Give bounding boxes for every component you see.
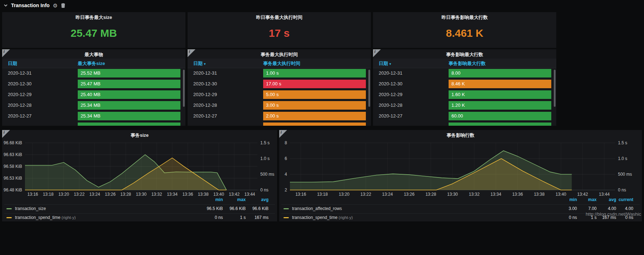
table-scrollbar[interactable] — [554, 70, 556, 107]
svg-text:13:38: 13:38 — [198, 192, 209, 197]
panel-title[interactable]: 昨日事务最大执行时间 — [188, 14, 371, 21]
svg-text:13:28: 13:28 — [425, 192, 436, 197]
graph-panel-affected-rows: i 事务影响行数 13:1613:1813:2013:2213:2413:261… — [279, 130, 642, 221]
svg-text:8: 8 — [285, 140, 287, 145]
svg-text:4: 4 — [285, 172, 287, 177]
svg-text:13:24: 13:24 — [90, 192, 100, 197]
value-cell: 2.00 s — [263, 112, 366, 120]
legend-series-name[interactable]: transaction_size — [15, 206, 46, 211]
date-cell: 2020-12-31 — [193, 70, 217, 76]
svg-text:13:34: 13:34 — [491, 192, 501, 197]
row-header: Transaction Info ⚙ — [0, 0, 644, 11]
date-cell: 2020-12-31 — [8, 70, 32, 76]
date-cell: 2020-12-27 — [193, 113, 217, 119]
svg-text:500 ms: 500 ms — [618, 172, 632, 177]
panel-title[interactable]: 昨日事务影响最大行数 — [373, 14, 556, 21]
value-cell: 25.34 MB — [78, 112, 180, 120]
table-row: 2020-12-2760.00 — [373, 111, 556, 121]
svg-text:13:26: 13:26 — [105, 192, 116, 197]
value-cell: 1.60 K — [449, 90, 551, 99]
table-row: 2020-12-308.46 K — [373, 79, 556, 89]
table-cell-partial — [449, 122, 551, 126]
table-row: 2020-12-2925.40 MB — [2, 89, 185, 100]
svg-text:13:24: 13:24 — [382, 192, 393, 197]
table-row: 2020-12-311.00 s — [188, 68, 371, 79]
svg-text:13:44: 13:44 — [244, 192, 255, 197]
panel-title[interactable]: 最大事物 — [2, 51, 185, 58]
table-row: 2020-12-272.00 s — [188, 111, 371, 121]
svg-text:13:30: 13:30 — [447, 192, 458, 197]
table-panel-max-affected-rows: i 事务影响最大行数 日期▾ 事务影响最大行数 2020-12-318.0020… — [373, 49, 556, 126]
stat-panel-max-size: 昨日事务最大size 25.47 MB — [2, 12, 185, 48]
legend-series-name[interactable]: transaction_spend_time (right-y) — [15, 215, 76, 220]
panel-title[interactable]: 事务size — [2, 132, 277, 139]
column-header-date[interactable]: 日期▾ — [379, 60, 391, 67]
column-header-value[interactable]: 事务最大执行时间 — [263, 60, 300, 67]
svg-text:13:42: 13:42 — [229, 192, 240, 197]
column-header-value[interactable]: 事务影响最大行数 — [449, 60, 486, 67]
panel-title[interactable]: 事务影响行数 — [279, 132, 642, 139]
table-scrollbar[interactable] — [183, 70, 185, 107]
svg-text:96.63 KiB: 96.63 KiB — [4, 152, 22, 157]
legend-series-name[interactable]: transaction_affected_rows — [292, 206, 342, 211]
chart-canvas[interactable]: 13:1613:1813:2013:2213:2413:2613:2813:30… — [2, 140, 277, 197]
svg-text:13:20: 13:20 — [58, 192, 69, 197]
value-cell: 25.40 MB — [78, 90, 180, 99]
column-header-value[interactable]: 最大事务size — [78, 60, 105, 67]
svg-text:13:20: 13:20 — [339, 192, 349, 197]
date-cell: 2020-12-27 — [379, 113, 403, 119]
legend-column-header[interactable]: avg — [236, 197, 269, 202]
stat-value: 25.47 MB — [2, 27, 185, 39]
value-cell: 17.00 s — [263, 80, 366, 88]
series-color-icon — [283, 217, 289, 218]
graph-panel-transaction-size: i 事务size 13:1613:1813:2013:2213:2413:261… — [2, 130, 277, 221]
table-row: 2020-12-295.00 s — [188, 89, 371, 100]
row-title[interactable]: Transaction Info — [11, 2, 50, 8]
table-header: 日期▾ 最大事务size — [2, 59, 185, 68]
stat-panel-max-rows: 昨日事务影响最大行数 8.461 K — [373, 12, 556, 48]
table-cell-partial — [263, 122, 366, 126]
panel-title[interactable]: 事务最大执行时间 — [188, 51, 371, 58]
svg-text:1.5 s: 1.5 s — [260, 140, 270, 145]
svg-text:13:34: 13:34 — [167, 192, 178, 197]
date-cell: 2020-12-28 — [193, 102, 217, 108]
date-cell: 2020-12-30 — [379, 81, 403, 86]
legend-column-header[interactable]: current — [601, 197, 633, 202]
chart-legend: minmaxavgcurrenttransaction_affected_row… — [279, 196, 642, 221]
svg-text:1.0 s: 1.0 s — [260, 156, 270, 161]
value-cell: 3.00 s — [263, 101, 366, 110]
value-cell: 8.00 — [449, 69, 551, 78]
chart-canvas[interactable]: 13:1613:1813:2013:2213:2413:2613:2813:30… — [279, 140, 642, 197]
table-row: 2020-12-318.00 — [373, 68, 556, 79]
svg-text:96.53 KiB: 96.53 KiB — [4, 176, 22, 181]
watermark: http://blog.csdn.net/Washic — [586, 211, 641, 217]
svg-text:13:28: 13:28 — [121, 192, 131, 197]
column-header-date[interactable]: 日期▾ — [193, 60, 206, 67]
table-row: 2020-12-2725.34 MB — [2, 111, 185, 121]
legend-series-name[interactable]: transaction_spend_time (right-y) — [292, 215, 353, 220]
value-cell: 5.00 s — [263, 90, 366, 99]
svg-text:13:16: 13:16 — [295, 192, 306, 197]
legend-value: 167 ms — [236, 215, 269, 220]
svg-text:13:18: 13:18 — [317, 192, 328, 197]
svg-text:96.48 KiB: 96.48 KiB — [4, 188, 22, 192]
grafana-dashboard: Transaction Info ⚙ 昨日事务最大size 25.47 MB 昨… — [0, 0, 644, 255]
svg-text:13:22: 13:22 — [361, 192, 371, 197]
value-cell: 1.20 K — [449, 101, 551, 110]
panel-title[interactable]: 事务影响最大行数 — [373, 51, 556, 58]
table-body: 2020-12-311.00 s2020-12-3017.00 s2020-12… — [188, 68, 371, 126]
svg-text:96.58 KiB: 96.58 KiB — [4, 164, 22, 169]
table-scrollbar[interactable] — [368, 70, 370, 107]
svg-text:500 ms: 500 ms — [260, 172, 274, 177]
panel-title[interactable]: 昨日事务最大size — [2, 14, 185, 21]
date-cell: 2020-12-30 — [8, 81, 32, 86]
trash-icon[interactable] — [61, 3, 65, 8]
gear-icon[interactable]: ⚙ — [53, 3, 57, 8]
value-cell: 25.34 MB — [78, 101, 180, 110]
value-cell: 60.00 — [449, 112, 551, 120]
value-cell: 25.47 MB — [78, 80, 180, 88]
table-row: 2020-12-291.60 K — [373, 89, 556, 100]
column-header-date[interactable]: 日期▾ — [8, 60, 17, 67]
chevron-down-icon[interactable] — [4, 3, 8, 8]
svg-text:0 ns: 0 ns — [260, 188, 269, 192]
